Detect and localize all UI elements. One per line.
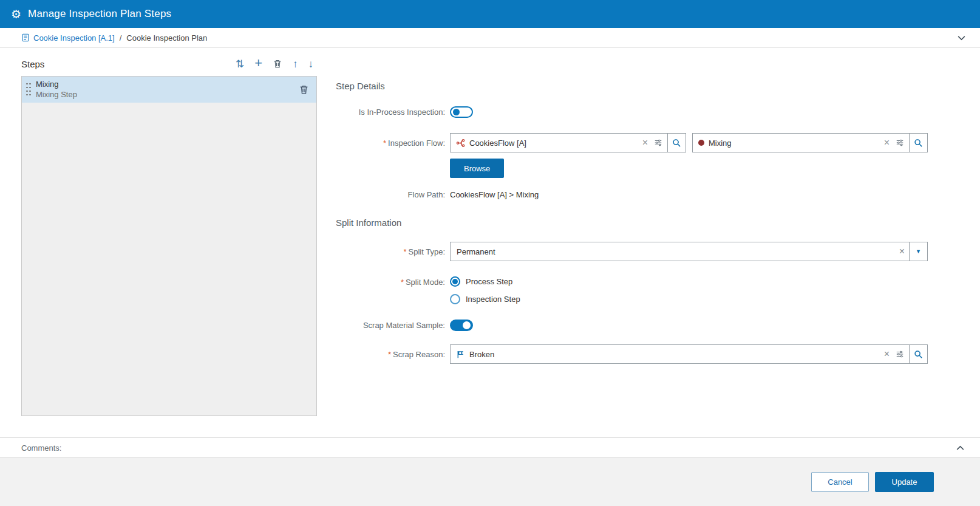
- split-type-dropdown[interactable]: Permanent × ▼: [450, 242, 928, 261]
- sort-steps-icon[interactable]: ⇅: [236, 59, 244, 69]
- chevron-down-icon[interactable]: [956, 33, 967, 43]
- radio-button-icon[interactable]: [450, 294, 460, 304]
- inspection-flow-step-value[interactable]: Mixing: [707, 138, 880, 148]
- required-marker: *: [403, 247, 406, 256]
- search-icon[interactable]: [909, 134, 927, 152]
- toggle-knob: [463, 321, 471, 329]
- steps-header: Steps ⇅ + ↑ ↓: [21, 56, 317, 71]
- step-bullet-icon: [698, 140, 704, 146]
- clear-icon[interactable]: ×: [880, 138, 894, 148]
- step-item-name: Mixing: [36, 80, 294, 89]
- filter-options-icon[interactable]: [894, 138, 909, 147]
- step-list-item[interactable]: Mixing Mixing Step: [22, 77, 316, 103]
- split-mode-label: *Split Mode:: [336, 276, 447, 287]
- page-title: Manage Inspection Plan Steps: [28, 8, 171, 20]
- scrap-reason-label: *Scrap Reason:: [336, 350, 447, 359]
- steps-panel-title: Steps: [21, 59, 44, 69]
- plan-document-icon: [21, 33, 30, 42]
- flow-path-value: CookiesFlow [A] > Mixing: [450, 190, 539, 199]
- required-marker: *: [383, 138, 386, 148]
- toggle-knob: [453, 109, 460, 115]
- required-marker: *: [401, 278, 404, 287]
- clear-icon[interactable]: ×: [895, 247, 909, 256]
- scrap-material-row: Scrap Material Sample:: [336, 320, 928, 331]
- inspection-flow-field[interactable]: CookiesFlow [A] ×: [450, 133, 686, 152]
- steps-panel: Steps ⇅ + ↑ ↓ Mixing Mixing Step: [21, 56, 317, 437]
- search-icon[interactable]: [667, 134, 686, 152]
- filter-options-icon[interactable]: [652, 138, 667, 147]
- inspection-flow-value[interactable]: CookiesFlow [A]: [468, 138, 638, 148]
- step-details-panel: Step Details Is In-Process Inspection: *…: [317, 56, 980, 437]
- radio-option-label[interactable]: Process Step: [466, 277, 512, 286]
- delete-step-toolbar-icon[interactable]: [273, 59, 282, 69]
- steps-toolbar: ⇅ + ↑ ↓: [236, 58, 317, 70]
- gear-icon: ⚙: [11, 9, 21, 20]
- inspection-flow-label: *Inspection Flow:: [336, 138, 447, 148]
- split-information-title: Split Information: [336, 217, 928, 228]
- required-marker: *: [388, 350, 391, 359]
- scrap-material-toggle[interactable]: [450, 320, 473, 331]
- step-details-title: Step Details: [336, 81, 928, 91]
- dropdown-arrow-icon[interactable]: ▼: [909, 242, 927, 261]
- move-step-down-icon[interactable]: ↓: [308, 59, 314, 69]
- comments-label: Comments:: [21, 443, 61, 453]
- flow-path-label: Flow Path:: [336, 190, 447, 199]
- scrap-reason-value[interactable]: Broken: [468, 350, 880, 359]
- radio-option-inspection-step[interactable]: Inspection Step: [450, 294, 520, 304]
- inspection-flow-row: *Inspection Flow: CookiesFlow [A] ×: [336, 133, 928, 152]
- in-process-label: Is In-Process Inspection:: [336, 108, 447, 117]
- split-type-row: *Split Type: Permanent × ▼: [336, 242, 928, 261]
- cancel-button[interactable]: Cancel: [811, 472, 869, 492]
- chevron-up-icon[interactable]: [955, 443, 965, 453]
- reason-flag-icon: [456, 350, 465, 359]
- in-process-toggle[interactable]: [450, 106, 473, 118]
- breadcrumb-parent-label: Cookie Inspection [A.1]: [33, 33, 115, 43]
- scrap-material-label: Scrap Material Sample:: [336, 321, 447, 330]
- clear-icon[interactable]: ×: [638, 138, 652, 148]
- app-window: ⚙ Manage Inspection Plan Steps Cookie In…: [0, 0, 980, 506]
- scrap-reason-field[interactable]: Broken ×: [450, 344, 928, 364]
- move-step-up-icon[interactable]: ↑: [293, 59, 298, 69]
- comments-section: Comments:: [0, 437, 980, 457]
- update-button[interactable]: Update: [875, 472, 934, 492]
- step-item-description: Mixing Step: [36, 90, 294, 99]
- scrap-reason-row: *Scrap Reason: Broken ×: [336, 344, 928, 364]
- inspection-flow-step-field[interactable]: Mixing ×: [692, 133, 928, 152]
- radio-option-label[interactable]: Inspection Step: [466, 295, 520, 304]
- in-process-row: Is In-Process Inspection:: [336, 106, 928, 118]
- breadcrumb-current: Cookie Inspection Plan: [126, 33, 207, 43]
- radio-button-icon[interactable]: [450, 276, 460, 287]
- action-bar: Cancel Update: [0, 457, 980, 506]
- main-content: Steps ⇅ + ↑ ↓ Mixing Mixing Step: [0, 48, 980, 437]
- filter-options-icon[interactable]: [894, 350, 909, 358]
- steps-list: Mixing Mixing Step: [21, 76, 317, 416]
- radio-option-process-step[interactable]: Process Step: [450, 276, 520, 287]
- delete-step-row-icon[interactable]: [299, 84, 309, 95]
- search-icon[interactable]: [909, 345, 927, 363]
- browse-button[interactable]: Browse: [450, 159, 504, 178]
- split-mode-row: *Split Mode: Process Step Inspection Ste…: [336, 276, 928, 304]
- flow-path-row: Flow Path: CookiesFlow [A] > Mixing: [336, 190, 928, 199]
- step-item-texts: Mixing Mixing Step: [36, 80, 294, 99]
- split-type-value[interactable]: Permanent: [451, 247, 895, 256]
- flow-icon: [456, 138, 465, 148]
- drag-handle-icon[interactable]: [26, 82, 31, 97]
- add-step-icon[interactable]: +: [254, 56, 262, 70]
- breadcrumb: Cookie Inspection [A.1] / Cookie Inspect…: [0, 28, 980, 48]
- breadcrumb-separator: /: [120, 33, 122, 43]
- app-header: ⚙ Manage Inspection Plan Steps: [0, 0, 980, 28]
- split-type-label: *Split Type:: [336, 247, 447, 256]
- clear-icon[interactable]: ×: [880, 349, 894, 359]
- browse-row: Browse: [336, 159, 928, 178]
- split-mode-options: Process Step Inspection Step: [450, 276, 520, 304]
- breadcrumb-parent-link[interactable]: Cookie Inspection [A.1]: [21, 33, 115, 43]
